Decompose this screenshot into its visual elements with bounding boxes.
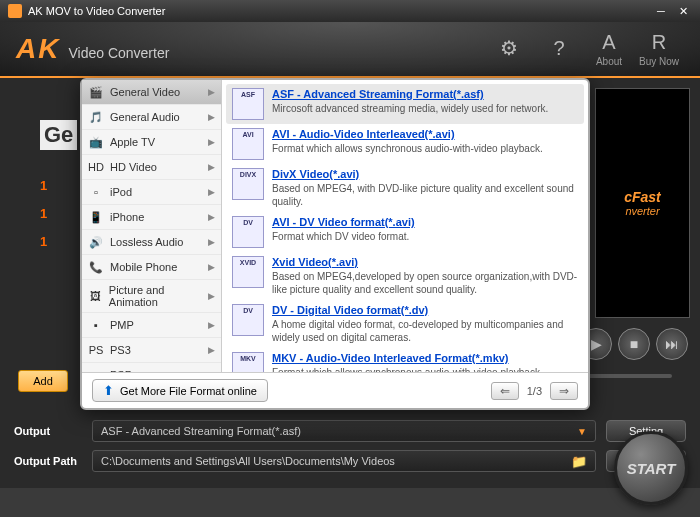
- add-button[interactable]: Add: [18, 370, 68, 392]
- format-icon: DIVX: [232, 168, 264, 200]
- category-item[interactable]: 📞Mobile Phone▶: [82, 255, 221, 280]
- chevron-right-icon: ▶: [208, 320, 215, 330]
- category-icon: 📞: [88, 259, 104, 275]
- minimize-button[interactable]: ─: [652, 4, 670, 18]
- format-desc: Mircosoft advanced streaming media, wide…: [272, 102, 578, 115]
- playback-controls: ▶ ■ ⏭: [580, 328, 688, 360]
- help-button[interactable]: ?: [534, 37, 584, 62]
- buy-button[interactable]: RBuy Now: [634, 31, 684, 67]
- category-icon: 🎵: [88, 109, 104, 125]
- category-icon: 📱: [88, 209, 104, 225]
- format-title: MKV - Audio-Video Interleaved Format(*.m…: [272, 352, 578, 364]
- output-path-label: Output Path: [14, 455, 92, 467]
- category-icon: 📺: [88, 134, 104, 150]
- category-label: iPod: [110, 186, 132, 198]
- close-button[interactable]: ✕: [674, 4, 692, 18]
- header: AK Video Converter ⚙ ? AAbout RBuy Now: [0, 22, 700, 78]
- brand-text-1: cFast: [624, 189, 661, 205]
- output-path-field[interactable]: C:\Documents and Settings\All Users\Docu…: [92, 450, 596, 472]
- category-item[interactable]: ▪PMP▶: [82, 313, 221, 338]
- format-desc: Format which allows synchronous audio-wi…: [272, 142, 578, 155]
- category-label: Mobile Phone: [110, 261, 177, 273]
- chevron-right-icon: ▶: [208, 137, 215, 147]
- category-item[interactable]: PSPS3▶: [82, 338, 221, 363]
- format-item[interactable]: DVDV - Digital Video format(*.dv)A home …: [226, 300, 584, 348]
- category-label: General Audio: [110, 111, 180, 123]
- stop-button[interactable]: ■: [618, 328, 650, 360]
- logo-main: AK: [16, 33, 60, 65]
- format-title: ASF - Advanced Streaming Format(*.asf): [272, 88, 578, 100]
- settings-button[interactable]: ⚙: [484, 36, 534, 62]
- format-item[interactable]: AVIAVI - Audio-Video Interleaved(*.avi)F…: [226, 124, 584, 164]
- category-item[interactable]: ▫iPod▶: [82, 180, 221, 205]
- bg-label: Ge: [40, 120, 77, 150]
- list-num: 1: [40, 178, 47, 193]
- format-icon: ASF: [232, 88, 264, 120]
- format-icon: MKV: [232, 352, 264, 372]
- bottom-panel: Output ASF - Advanced Streaming Format(*…: [0, 412, 700, 488]
- format-list: ASFASF - Advanced Streaming Format(*.asf…: [222, 80, 588, 372]
- window-title: AK MOV to Video Converter: [28, 5, 165, 17]
- prev-page-button[interactable]: ⇐: [491, 382, 519, 400]
- category-item[interactable]: 📺Apple TV▶: [82, 130, 221, 155]
- category-list: 🎬General Video▶🎵General Audio▶📺Apple TV▶…: [82, 80, 222, 372]
- category-label: PMP: [110, 319, 134, 331]
- category-item[interactable]: 🎵General Audio▶: [82, 105, 221, 130]
- app-icon: [8, 4, 22, 18]
- format-title: Xvid Video(*.avi): [272, 256, 578, 268]
- page-indicator: 1/3: [527, 385, 542, 397]
- output-dropdown[interactable]: ASF - Advanced Streaming Format(*.asf) ▼: [92, 420, 596, 442]
- get-more-label: Get More File Format online: [120, 385, 257, 397]
- output-label: Output: [14, 425, 92, 437]
- format-popup: 🎬General Video▶🎵General Audio▶📺Apple TV▶…: [80, 78, 590, 410]
- category-icon: ▪: [88, 317, 104, 333]
- next-button[interactable]: ⏭: [656, 328, 688, 360]
- format-icon: DV: [232, 304, 264, 336]
- list-num: 1: [40, 206, 47, 221]
- format-title: DV - Digital Video format(*.dv): [272, 304, 578, 316]
- output-value: ASF - Advanced Streaming Format(*.asf): [101, 425, 301, 437]
- start-button[interactable]: START: [614, 431, 688, 505]
- format-icon: XVID: [232, 256, 264, 288]
- category-item[interactable]: 📱iPhone▶: [82, 205, 221, 230]
- about-icon: A: [602, 31, 615, 54]
- category-icon: 🔊: [88, 234, 104, 250]
- format-desc: Based on MPEG4,developed by open source …: [272, 270, 578, 296]
- preview-panel: cFast nverter: [595, 88, 690, 318]
- category-item[interactable]: 🖼Picture and Animation▶: [82, 280, 221, 313]
- chevron-right-icon: ▶: [208, 345, 215, 355]
- chevron-right-icon: ▶: [208, 262, 215, 272]
- about-button[interactable]: AAbout: [584, 31, 634, 67]
- category-item[interactable]: ▫PSP▶: [82, 363, 221, 372]
- chevron-right-icon: ▶: [208, 237, 215, 247]
- format-item[interactable]: DVAVI - DV Video format(*.avi)Format whi…: [226, 212, 584, 252]
- category-label: Picture and Animation: [109, 284, 208, 308]
- format-desc: Format which DV video format.: [272, 230, 578, 243]
- category-icon: 🖼: [88, 288, 103, 304]
- get-more-button[interactable]: ⬆ Get More File Format online: [92, 379, 268, 402]
- category-label: Apple TV: [110, 136, 155, 148]
- format-desc: A home digital video format, co-develope…: [272, 318, 578, 344]
- format-desc: Based on MPEG4, with DVD-like picture qu…: [272, 182, 578, 208]
- titlebar: AK MOV to Video Converter ─ ✕: [0, 0, 700, 22]
- format-item[interactable]: XVIDXvid Video(*.avi)Based on MPEG4,deve…: [226, 252, 584, 300]
- format-icon: AVI: [232, 128, 264, 160]
- category-item[interactable]: 🔊Lossless Audio▶: [82, 230, 221, 255]
- category-label: Lossless Audio: [110, 236, 183, 248]
- home-icon: ⬆: [103, 383, 114, 398]
- category-item[interactable]: 🎬General Video▶: [82, 80, 221, 105]
- chevron-right-icon: ▶: [208, 87, 215, 97]
- format-icon: DV: [232, 216, 264, 248]
- format-title: AVI - DV Video format(*.avi): [272, 216, 578, 228]
- category-icon: HD: [88, 159, 104, 175]
- chevron-right-icon: ▶: [208, 291, 215, 301]
- next-page-button[interactable]: ⇒: [550, 382, 578, 400]
- format-item[interactable]: DIVXDivX Video(*.avi)Based on MPEG4, wit…: [226, 164, 584, 212]
- help-icon: ?: [553, 37, 564, 60]
- category-item[interactable]: HDHD Video▶: [82, 155, 221, 180]
- format-item[interactable]: ASFASF - Advanced Streaming Format(*.asf…: [226, 84, 584, 124]
- category-icon: 🎬: [88, 84, 104, 100]
- output-path-value: C:\Documents and Settings\All Users\Docu…: [101, 455, 395, 467]
- logo-sub: Video Converter: [68, 45, 169, 61]
- format-item[interactable]: MKVMKV - Audio-Video Interleaved Format(…: [226, 348, 584, 372]
